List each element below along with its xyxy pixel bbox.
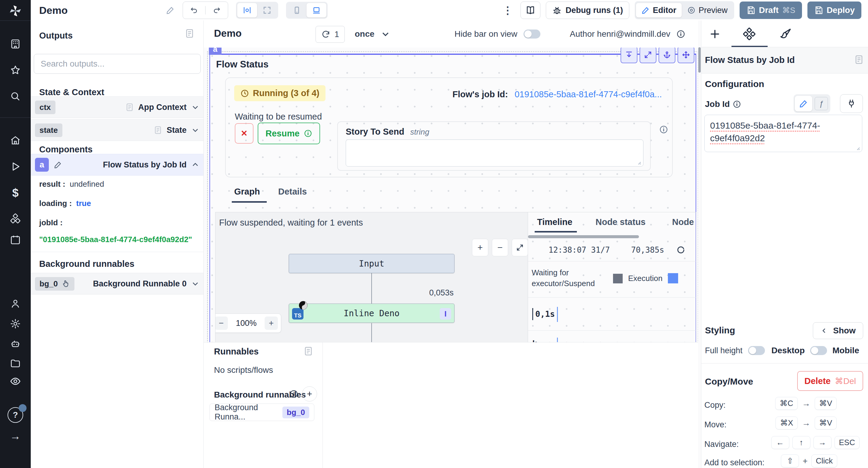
cancel-flow-button[interactable]: ✕ [235, 123, 253, 144]
chevron-left-icon [820, 327, 828, 335]
help-icon[interactable]: ? [0, 407, 31, 424]
main-scrollbar-track[interactable] [698, 21, 701, 468]
prop-jobid-key: jobId : [39, 218, 63, 227]
more-menu-icon[interactable]: ⋮ [500, 4, 515, 16]
component-a-row[interactable]: a Flow Status by Job Id [31, 154, 204, 175]
component-chevron-up-icon[interactable] [191, 161, 199, 169]
resources-icon[interactable] [0, 210, 31, 227]
folders-icon[interactable] [0, 355, 31, 372]
component-rename-icon[interactable] [54, 161, 62, 169]
mobile-view-button[interactable] [287, 3, 307, 18]
static-input-mode-button[interactable] [795, 96, 812, 111]
state-chevron-down-icon[interactable] [191, 126, 199, 134]
job-id-info-icon[interactable] [733, 100, 741, 108]
runnables-doc-icon[interactable] [303, 346, 313, 356]
form-info-icon[interactable] [659, 125, 668, 134]
node-duration: 0,053s [408, 288, 454, 298]
workspace-icon[interactable] [0, 36, 31, 53]
show-styling-button[interactable]: Show [813, 322, 863, 339]
component-tag-badge[interactable]: a [209, 47, 221, 55]
deploy-button[interactable]: Deploy [807, 1, 861, 19]
outputs-doc-icon[interactable] [184, 28, 195, 38]
move-icon[interactable] [678, 47, 694, 63]
add-bg-runnable-button[interactable]: + [302, 387, 317, 401]
full-height-toggle[interactable] [748, 346, 765, 355]
search-icon[interactable] [0, 88, 31, 105]
graph-node-inline-deno[interactable]: TS Inline Deno I [289, 304, 455, 323]
graph-node-input[interactable]: Input [289, 254, 455, 273]
undo-button[interactable] [183, 6, 206, 14]
audit-logs-icon[interactable] [0, 373, 31, 390]
desktop-view-button[interactable] [307, 3, 327, 18]
bg-runnable-item[interactable]: Background Runna... bg_0 [210, 404, 314, 421]
graph-zoom-out-button[interactable]: − [492, 239, 508, 256]
expand-icon[interactable] [640, 47, 656, 63]
collapse-rail-icon[interactable]: → [0, 428, 31, 444]
draft-button[interactable]: Draft ⌘S [740, 1, 802, 19]
preview-tab[interactable]: Preview [682, 3, 733, 18]
background-runnable-row[interactable]: bg_0 Background Runnable 0 [31, 273, 204, 295]
job-id-resize-handle[interactable] [855, 146, 860, 151]
kbd-click: Click [811, 455, 837, 467]
redo-button[interactable] [206, 6, 228, 14]
bg0-badge: bg_0 [35, 277, 74, 291]
zoom-out-button[interactable]: − [215, 316, 228, 330]
flow-job-id-link[interactable]: 0191085e-5baa-81ef-4774-c9ef4f0a... [515, 90, 662, 99]
user-icon[interactable] [0, 295, 31, 312]
tab-timeline[interactable]: Timeline [537, 217, 572, 227]
home-icon[interactable] [0, 132, 31, 149]
textarea-resize-handle[interactable] [637, 160, 641, 165]
editor-tab[interactable]: Editor [636, 3, 682, 18]
graph-zoom-in-button[interactable]: + [472, 239, 488, 256]
dock-bottom-icon[interactable] [621, 47, 638, 63]
settings-doc-icon[interactable] [854, 55, 864, 65]
insert-component-tab[interactable] [709, 28, 721, 40]
hide-bar-toggle[interactable] [524, 30, 540, 38]
schedules-icon[interactable] [0, 231, 31, 248]
ctx-chevron-down-icon[interactable] [191, 103, 199, 111]
search-outputs-input[interactable] [34, 54, 201, 74]
delete-component-button[interactable]: Delete ⌘Del [797, 371, 863, 391]
runs-icon[interactable] [0, 158, 31, 175]
debug-runs-button[interactable]: Debug runs (1) [546, 1, 629, 19]
connect-input-button[interactable] [840, 94, 863, 113]
bg0-chevron-down-icon[interactable] [191, 280, 199, 288]
job-id-textarea[interactable]: 0191085e-5baa-81ef-4774- c9ef4f0a92d2 [704, 115, 862, 152]
rename-app-icon[interactable] [166, 6, 175, 15]
state-row[interactable]: state State [31, 119, 204, 141]
variables-icon[interactable]: $ [0, 184, 31, 201]
windmill-logo[interactable] [0, 2, 31, 19]
full-width-layout-button[interactable] [257, 3, 277, 18]
resume-flow-button[interactable]: Resume [258, 123, 320, 144]
app-canvas[interactable]: a Flow Status Running (3 of 4) Flow's jo [204, 47, 698, 342]
tab-node-def[interactable]: Node [672, 217, 694, 227]
zoom-in-button[interactable]: + [265, 316, 278, 330]
centered-layout-button[interactable] [237, 3, 257, 18]
workers-icon[interactable] [0, 335, 31, 353]
tab-node-status[interactable]: Node status [595, 217, 646, 227]
ctx-row[interactable]: ctx App Context [31, 96, 204, 118]
graph-area[interactable]: Flow suspended, waiting for 1 events + −… [216, 212, 528, 342]
fx-input-mode-button[interactable]: ƒ [815, 97, 828, 110]
component-settings-tab[interactable] [742, 27, 756, 41]
anchor-icon[interactable] [658, 47, 675, 63]
graph-fit-button[interactable] [512, 239, 528, 256]
refresh-button[interactable]: 1 [315, 26, 345, 43]
tab-graph[interactable]: Graph [234, 187, 260, 197]
bg-runnables-info-icon[interactable] [289, 390, 299, 398]
docs-button[interactable] [521, 1, 540, 19]
author-info-icon[interactable] [676, 30, 685, 38]
prop-loading: loading : true [39, 199, 91, 208]
prop-result: result : undefined [39, 179, 104, 189]
selected-component-flow-status[interactable]: a Flow Status Running (3 of 4) Flow's jo [210, 54, 696, 342]
kbd-arrow-left: ← [771, 436, 789, 449]
main-scrollbar-thumb[interactable] [698, 47, 701, 73]
styling-tab[interactable] [779, 27, 792, 40]
settings-icon[interactable] [0, 315, 31, 332]
desktop-toggle[interactable] [810, 346, 827, 355]
tab-details[interactable]: Details [278, 187, 307, 197]
story-to-send-textarea[interactable] [346, 139, 644, 167]
timeline-h-scrollbar[interactable] [528, 235, 639, 238]
refresh-mode-dropdown[interactable]: once [355, 26, 390, 42]
favorites-icon[interactable] [0, 62, 31, 78]
